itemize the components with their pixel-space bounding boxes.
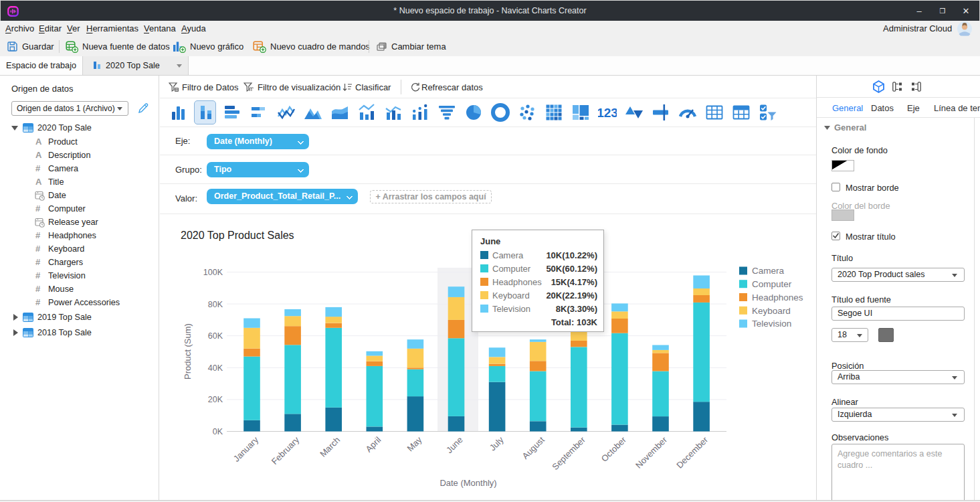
svg-text:Television: Television <box>752 319 791 329</box>
svg-text:December: December <box>674 434 710 470</box>
svg-text:2020 Top Product Sales: 2020 Top Product Sales <box>181 230 294 241</box>
svg-text:September: September <box>550 434 587 472</box>
svg-text:October: October <box>599 434 629 464</box>
svg-text:August: August <box>520 434 547 461</box>
svg-text:May: May <box>405 434 424 453</box>
svg-text:Headphones: Headphones <box>752 292 803 303</box>
svg-text:March: March <box>318 435 342 459</box>
svg-text:Keyboard: Keyboard <box>752 306 791 316</box>
svg-text:Camera: Camera <box>752 266 785 276</box>
svg-text:0K: 0K <box>213 427 223 436</box>
svg-text:Date (Monthly): Date (Monthly) <box>439 478 496 488</box>
svg-text:January: January <box>231 434 261 464</box>
svg-text:123: 123 <box>598 106 617 120</box>
svg-text:February: February <box>270 434 302 467</box>
svg-text:Computer: Computer <box>752 279 792 289</box>
svg-text:April: April <box>363 434 383 454</box>
svg-text:80K: 80K <box>208 300 223 309</box>
svg-text:20K: 20K <box>208 395 223 404</box>
svg-text:June: June <box>444 435 465 456</box>
svg-text:Product (Sum): Product (Sum) <box>183 323 193 380</box>
svg-text:November: November <box>633 434 669 470</box>
svg-text:40K: 40K <box>208 363 223 373</box>
svg-text:July: July <box>488 434 506 452</box>
svg-text:100K: 100K <box>203 268 223 277</box>
svg-text:60K: 60K <box>208 331 223 341</box>
